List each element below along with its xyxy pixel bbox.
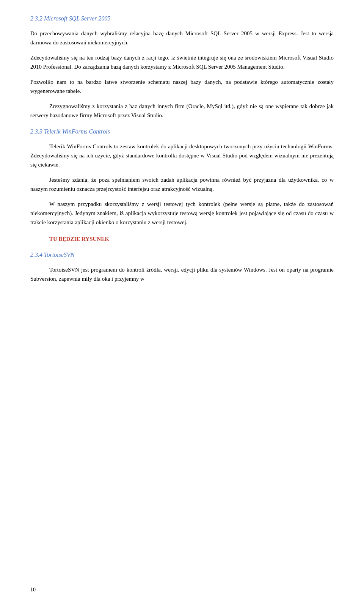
section-heading-2-3-4: 2.3.4 TortoiseSVN [30, 251, 334, 258]
paragraph-3: Pozwoliło nam to na bardzo łatwe stworze… [30, 77, 334, 96]
page: 2.3.2 Microsoft SQL Server 2005 Do przec… [0, 0, 364, 602]
paragraph-6: Jesteśmy zdania, że poza spełnianiem swo… [30, 175, 334, 193]
section-2-3-3: 2.3.3 Telerik WinForms Controls Telerik … [30, 128, 334, 242]
paragraph-7: W naszym przypadku skorzystaliśmy z wers… [30, 200, 334, 227]
section-heading-2-3-3: 2.3.3 Telerik WinForms Controls [30, 128, 334, 135]
section-2-3-4: 2.3.4 TortoiseSVN TortoiseSVN jest progr… [30, 251, 334, 283]
section-2-3-2: 2.3.2 Microsoft SQL Server 2005 Do przec… [30, 15, 334, 120]
paragraph-4: Zrezygnowaliśmy z korzystania z baz dany… [30, 102, 334, 120]
paragraph-1: Do przechowywania danych wybraliśmy rela… [30, 29, 334, 47]
section-heading-2-3-2: 2.3.2 Microsoft SQL Server 2005 [30, 15, 334, 22]
paragraph-5: Telerik WinForms Controls to zestaw kont… [30, 142, 334, 169]
paragraph-8: TortoiseSVN jest programem do kontroli ź… [30, 265, 334, 283]
page-number: 10 [30, 587, 36, 593]
paragraph-2: Zdecydowaliśmy się na ten rodzaj bazy da… [30, 53, 334, 71]
placeholder-image: TU BĘDZIE RYSUNEK [49, 236, 334, 242]
